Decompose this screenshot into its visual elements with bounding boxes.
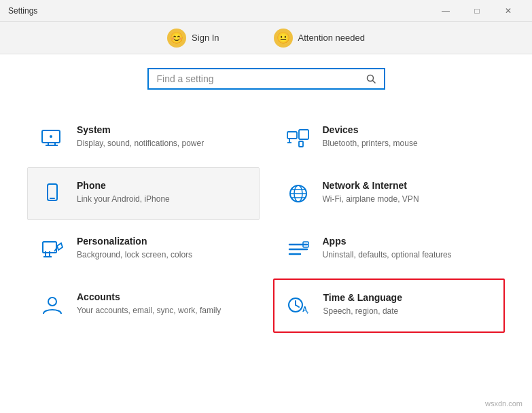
maximize-button[interactable]: □ xyxy=(461,0,493,22)
setting-item-system[interactable]: System Display, sound, notifications, po… xyxy=(27,111,260,164)
signin-label: Sign In xyxy=(192,33,219,43)
devices-text: Devices Bluetooth, printers, mouse xyxy=(323,124,418,149)
apps-desc: Uninstall, defaults, optional features xyxy=(323,249,452,261)
time-text: Time & Language Speech, region, date xyxy=(323,292,402,317)
network-name: Network & Internet xyxy=(323,180,419,191)
network-desc: Wi-Fi, airplane mode, VPN xyxy=(323,194,419,205)
devices-name: Devices xyxy=(323,124,418,135)
time-name: Time & Language xyxy=(323,292,402,303)
setting-item-devices[interactable]: Devices Bluetooth, printers, mouse xyxy=(273,111,506,164)
main-content: System Display, sound, notifications, po… xyxy=(0,54,532,413)
svg-point-6 xyxy=(50,135,52,138)
svg-rect-9 xyxy=(299,141,303,147)
system-desc: Display, sound, notifications, power xyxy=(77,138,204,149)
search-bar-wrap xyxy=(27,68,505,90)
svg-point-28 xyxy=(48,298,56,306)
watermark: wsxdn.com xyxy=(485,399,522,408)
time-desc: Speech, region, date xyxy=(323,306,402,317)
svg-rect-7 xyxy=(287,132,297,139)
accounts-text: Accounts Your accounts, email, sync, wor… xyxy=(77,291,221,317)
minimize-button[interactable]: — xyxy=(430,0,461,22)
accounts-icon xyxy=(39,291,66,319)
system-text: System Display, sound, notifications, po… xyxy=(77,124,204,149)
personalization-icon xyxy=(39,236,66,263)
svg-text:+: + xyxy=(306,310,309,316)
attention-avatar: 😐 xyxy=(274,29,293,48)
close-button[interactable]: ✕ xyxy=(493,0,524,22)
signin-avatar: 😊 xyxy=(167,29,186,48)
apps-icon xyxy=(285,236,312,263)
devices-icon xyxy=(285,124,312,151)
personalization-desc: Background, lock screen, colors xyxy=(77,249,192,261)
phone-desc: Link your Android, iPhone xyxy=(77,194,170,205)
svg-line-1 xyxy=(372,81,375,84)
setting-item-personalization[interactable]: Personalization Background, lock screen,… xyxy=(27,223,260,276)
window-controls: — □ ✕ xyxy=(430,0,524,22)
apps-text: Apps Uninstall, defaults, optional featu… xyxy=(323,236,452,261)
apps-name: Apps xyxy=(323,236,452,247)
phone-icon xyxy=(39,180,66,207)
window-title: Settings xyxy=(8,6,430,16)
top-bar: 😊 Sign In 😐 Attention needed xyxy=(0,22,532,54)
devices-desc: Bluetooth, printers, mouse xyxy=(323,138,418,149)
personalization-text: Personalization Background, lock screen,… xyxy=(77,236,192,261)
phone-name: Phone xyxy=(77,180,170,191)
search-input[interactable] xyxy=(157,73,366,84)
search-icon xyxy=(366,74,376,84)
network-icon xyxy=(285,180,312,207)
time-icon: A + xyxy=(285,292,313,319)
svg-line-31 xyxy=(296,305,299,307)
title-bar: Settings — □ ✕ xyxy=(0,0,532,22)
attention-label: Attention needed xyxy=(298,33,365,43)
search-bar[interactable] xyxy=(147,68,385,90)
settings-window: Settings — □ ✕ 😊 Sign In 😐 Attention nee… xyxy=(0,0,532,413)
system-icon xyxy=(39,124,66,151)
signin-item[interactable]: 😊 Sign In xyxy=(167,29,219,48)
setting-item-time[interactable]: A + Time & Language Speech, region, date xyxy=(273,279,506,333)
personalization-name: Personalization xyxy=(77,236,192,247)
accounts-name: Accounts xyxy=(77,291,221,302)
setting-item-phone[interactable]: Phone Link your Android, iPhone xyxy=(27,167,260,220)
settings-grid: System Display, sound, notifications, po… xyxy=(27,111,505,333)
phone-text: Phone Link your Android, iPhone xyxy=(77,180,170,205)
system-name: System xyxy=(77,124,204,135)
network-text: Network & Internet Wi-Fi, airplane mode,… xyxy=(323,180,419,205)
setting-item-accounts[interactable]: Accounts Your accounts, email, sync, wor… xyxy=(27,279,260,333)
accounts-desc: Your accounts, email, sync, work, family xyxy=(77,305,221,317)
setting-item-network[interactable]: Network & Internet Wi-Fi, airplane mode,… xyxy=(273,167,506,220)
svg-rect-8 xyxy=(299,130,308,139)
attention-item[interactable]: 😐 Attention needed xyxy=(274,29,365,48)
setting-item-apps[interactable]: Apps Uninstall, defaults, optional featu… xyxy=(273,223,506,276)
